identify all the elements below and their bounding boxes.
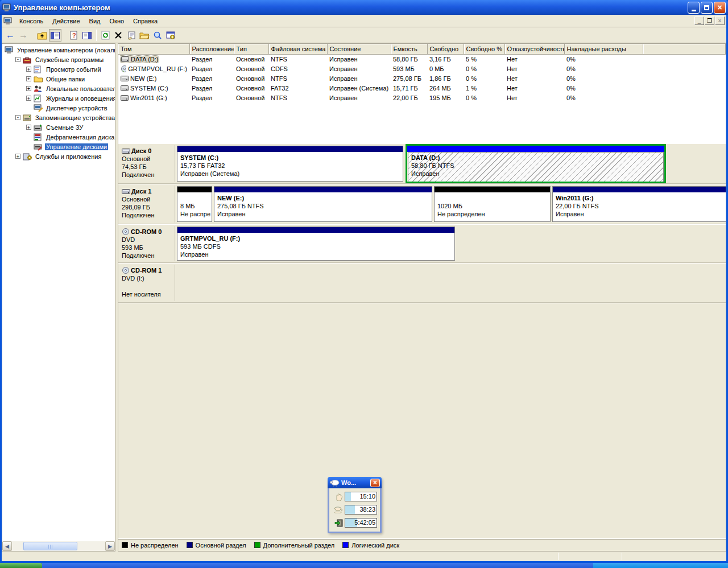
- show-hide-tree-icon[interactable]: [49, 29, 61, 42]
- timer-titlebar[interactable]: Wo... ×: [328, 477, 382, 488]
- unallocated-segment[interactable]: 1020 МБНе распределен: [434, 186, 551, 222]
- column-header-type[interactable]: Тип: [234, 44, 268, 54]
- window-icon: [2, 3, 11, 12]
- partition-win2011-g[interactable]: Win2011 (G:)22,00 ГБ NTFSИсправен: [552, 186, 726, 222]
- scrollbar-thumb[interactable]: [23, 542, 77, 550]
- collapse-icon[interactable]: -: [15, 57, 20, 62]
- column-header-filler: [643, 44, 726, 54]
- forward-icon: →: [17, 29, 30, 42]
- disk-management-icon: [34, 143, 43, 151]
- minimize-button[interactable]: [688, 2, 700, 14]
- restore-button[interactable]: [701, 2, 713, 14]
- column-header-volume[interactable]: Том: [118, 44, 189, 54]
- tree-item-system-tools[interactable]: - Служебные программы: [3, 55, 115, 64]
- refresh-icon[interactable]: [99, 29, 111, 42]
- scroll-left-icon[interactable]: ◀: [2, 541, 12, 551]
- expand-icon[interactable]: +: [26, 67, 31, 72]
- titlebar[interactable]: Управление компьютером ×: [0, 0, 728, 15]
- expand-icon[interactable]: +: [26, 76, 31, 81]
- volume-icon: [121, 85, 129, 91]
- menu-dejstvie[interactable]: Действие: [48, 16, 84, 26]
- up-one-level-icon[interactable]: [36, 29, 48, 42]
- menu-konsol[interactable]: Консоль: [15, 16, 48, 26]
- column-header-location[interactable]: Расположение: [189, 44, 234, 54]
- timer-field: 15:10: [345, 492, 377, 501]
- tree-item-computer-management-root[interactable]: Управление компьютером (локаль: [3, 45, 115, 55]
- disk-icon: [122, 188, 130, 195]
- expand-icon[interactable]: +: [15, 154, 20, 159]
- help-document-icon[interactable]: ?: [68, 29, 80, 42]
- table-row[interactable]: DATA (D:) РазделОсновнойNTFSИсправен58,8…: [118, 54, 726, 64]
- column-header-capacity[interactable]: Емкость: [391, 44, 427, 54]
- tree-item-device-manager[interactable]: Диспетчер устройств: [3, 103, 115, 113]
- properties-icon[interactable]: [125, 29, 138, 42]
- view-magnifier-icon[interactable]: [151, 29, 164, 42]
- mdi-close-button: ×: [715, 17, 725, 25]
- mdi-restore-button[interactable]: ❐: [705, 17, 714, 25]
- taskbar-tasks[interactable]: [42, 563, 593, 568]
- legend-swatch-green: [254, 542, 260, 548]
- disk-settings-icon[interactable]: [164, 29, 177, 42]
- table-row[interactable]: NEW (E:) РазделОсновнойNTFSИсправен275,0…: [118, 74, 726, 84]
- cdrom0-label[interactable]: CD-ROM 0 DVD 593 МБ Подключен: [119, 226, 175, 261]
- cd-volume-grtmpvol[interactable]: GRTMPVOL_RU (F:)593 МБ CDFSИсправен: [177, 227, 455, 261]
- menu-vid[interactable]: Вид: [85, 16, 105, 26]
- disk-row-disk1: Диск 1 Основной 298,09 ГБ Подключен 8 МБ…: [118, 184, 726, 225]
- expand-icon[interactable]: +: [26, 125, 31, 130]
- collapse-icon[interactable]: -: [15, 115, 20, 120]
- expand-icon[interactable]: +: [26, 86, 31, 91]
- storage-icon: [23, 114, 32, 122]
- tree-item-event-viewer[interactable]: + Просмотр событий: [3, 64, 115, 74]
- tree-item-disk-management[interactable]: Управление дисками: [3, 142, 115, 151]
- partition-system-c[interactable]: SYSTEM (C:)15,73 ГБ FAT32Исправен (Систе…: [177, 146, 403, 182]
- column-header-free-pct[interactable]: Свободно %: [464, 44, 504, 54]
- back-icon[interactable]: ←: [4, 29, 16, 42]
- expand-icon[interactable]: +: [26, 96, 31, 101]
- legend-swatch-navy: [187, 542, 193, 548]
- shared-folders-icon: [34, 75, 43, 83]
- timer-window[interactable]: Wo... × 15:10 38:23 5:42:05: [328, 477, 382, 533]
- computer-icon: [5, 46, 14, 54]
- tree-item-storage[interactable]: - Запоминающие устройства: [3, 113, 115, 122]
- tree-horizontal-scrollbar[interactable]: ◀ ▶: [2, 541, 115, 551]
- column-header-status[interactable]: Состояние: [327, 44, 391, 54]
- column-header-filesystem[interactable]: Файловая система: [268, 44, 327, 54]
- cdrom1-label[interactable]: CD-ROM 1 DVD (I:) Нет носителя: [119, 265, 175, 301]
- column-header-overhead[interactable]: Накладные расходы: [564, 44, 643, 54]
- system-tray[interactable]: [593, 563, 728, 568]
- close-button[interactable]: ×: [714, 2, 726, 14]
- tree-item-shared-folders[interactable]: + Общие папки: [3, 74, 115, 84]
- unallocated-segment[interactable]: 8 МБНе распре: [177, 186, 212, 222]
- timer-close-icon[interactable]: ×: [370, 479, 380, 487]
- tree-item-services[interactable]: + Службы и приложения: [3, 151, 115, 161]
- menu-spravka[interactable]: Справка: [129, 16, 162, 26]
- show-hide-preview-icon[interactable]: [81, 29, 93, 42]
- system-tools-icon: [23, 56, 32, 64]
- timer-field: 38:23: [345, 505, 377, 515]
- start-button[interactable]: [0, 563, 42, 568]
- delete-icon[interactable]: [112, 29, 125, 42]
- disk-icon: [122, 148, 130, 154]
- timer-row-total: 5:42:05: [332, 518, 377, 528]
- scroll-right-icon[interactable]: ▶: [105, 541, 115, 551]
- table-row[interactable]: SYSTEM (C:) РазделОсновнойFAT32Исправен …: [118, 84, 726, 93]
- disk1-label[interactable]: Диск 1 Основной 298,09 ГБ Подключен: [119, 186, 175, 223]
- tree-item-local-users[interactable]: + Локальные пользователи: [3, 84, 115, 93]
- tree-item-performance-logs[interactable]: + Журналы и оповещения пр: [3, 93, 115, 103]
- tree-item-defrag[interactable]: Дефрагментация диска: [3, 132, 115, 142]
- timer-row-break: 38:23: [332, 505, 377, 515]
- menu-okno[interactable]: Окно: [105, 16, 129, 26]
- volume-list: Том Расположение Тип Файловая система Со…: [118, 44, 726, 144]
- partition-new-e[interactable]: NEW (E:)275,08 ГБ NTFSИсправен: [214, 186, 432, 222]
- open-folder-icon[interactable]: [138, 29, 151, 42]
- legend-swatch-blue: [342, 542, 349, 548]
- disk0-label[interactable]: Диск 0 Основной 74,53 ГБ Подключен: [119, 145, 175, 182]
- menubar: Консоль Действие Вид Окно Справка _ ❐ ×: [2, 15, 726, 27]
- partition-data-d-selected[interactable]: DATA (D:)58,80 ГБ NTFSИсправен: [406, 144, 666, 183]
- column-header-free[interactable]: Свободно: [427, 44, 464, 54]
- column-header-fault-tolerance[interactable]: Отказоустойчивость: [504, 44, 564, 54]
- mdi-minimize-button[interactable]: _: [694, 17, 704, 25]
- table-row[interactable]: Win2011 (G:) РазделОсновнойNTFSИсправен2…: [118, 93, 726, 103]
- tree-item-removable-storage[interactable]: + Съемные ЗУ: [3, 122, 115, 132]
- table-row[interactable]: GRTMPVOL_RU (F:) РазделОсновнойCDFSИспра…: [118, 64, 726, 74]
